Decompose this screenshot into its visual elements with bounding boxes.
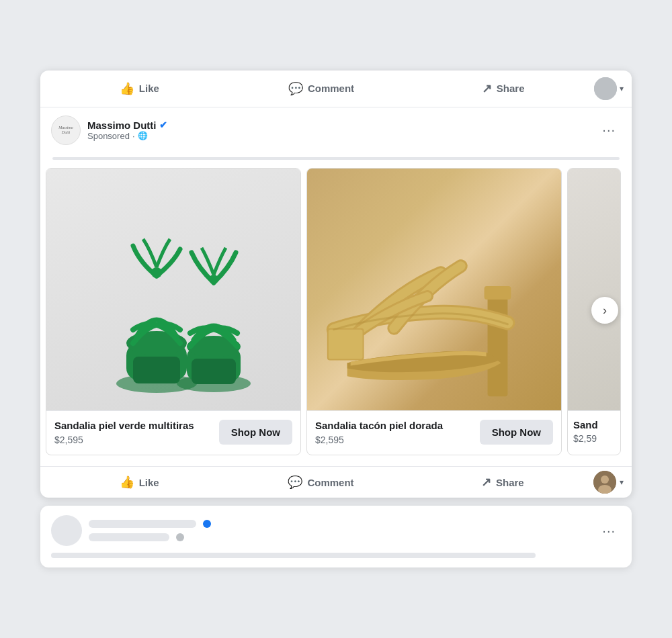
product-text-1: Sandalia piel verde multitiras $2,595 [54, 419, 214, 446]
skeleton-dot-gray [176, 533, 184, 541]
bottom-chevron-icon[interactable]: ▾ [620, 477, 624, 487]
product-image-3-partial [568, 169, 620, 410]
svg-rect-8 [192, 359, 236, 384]
globe-icon: 🌐 [138, 131, 148, 140]
product-name-1: Sandalia piel verde multitiras [54, 419, 214, 432]
bottom-comment-button[interactable]: 💬 Comment [230, 469, 411, 495]
brand-info: Massimo Dutti ✔ Sponsored · 🌐 [87, 120, 167, 141]
skeleton-lines [89, 520, 211, 541]
svg-rect-10 [488, 289, 508, 396]
top-comment-button[interactable]: 💬 Comment [230, 76, 413, 101]
top-comment-label: Comment [308, 83, 354, 94]
top-share-button[interactable]: ↗ Share [412, 76, 594, 101]
comment-icon: 💬 [288, 81, 303, 96]
skeleton-line-row-1 [89, 520, 211, 528]
bottom-like-button[interactable]: 👍 Like [48, 469, 230, 495]
post-header-left: MassimoDutti Massimo Dutti ✔ Sponsored ·… [51, 116, 167, 145]
skeleton-line-row-2 [89, 533, 211, 541]
product-info-3-partial: Sand $2,59 [568, 410, 620, 453]
sponsored-line: Sponsored · 🌐 [87, 131, 167, 141]
svg-point-4 [151, 267, 162, 278]
brand-name-text[interactable]: Massimo Dutti [87, 120, 157, 131]
share-icon: ↗ [482, 81, 492, 96]
svg-point-15 [601, 475, 609, 484]
top-avatar[interactable] [594, 77, 617, 100]
bottom-share-label: Share [496, 477, 524, 488]
product-card-1: Sandalia piel verde multitiras $2,595 Sh… [46, 168, 301, 456]
bottom-share-icon: ↗ [481, 475, 491, 490]
product-name-3-partial: Sand [573, 419, 615, 430]
top-like-button[interactable]: 👍 Like [48, 76, 230, 101]
top-action-bar: 👍 Like 💬 Comment ↗ Share ▾ [40, 71, 632, 107]
bottom-share-button[interactable]: ↗ Share [412, 469, 593, 495]
gold-sandal-background [307, 169, 561, 410]
product-price-3-partial: $2,59 [573, 433, 615, 444]
green-sandals-svg [79, 182, 267, 397]
product-info-1: Sandalia piel verde multitiras $2,595 Sh… [46, 410, 300, 455]
top-actions-group: 👍 Like 💬 Comment ↗ Share [48, 76, 594, 101]
avatar-svg [593, 471, 616, 494]
skeleton-dot-blue [203, 520, 211, 528]
shop-now-button-1[interactable]: Shop Now [219, 420, 292, 445]
gold-sandals-svg [307, 169, 561, 410]
post-section: MassimoDutti Massimo Dutti ✔ Sponsored ·… [40, 107, 632, 168]
post-header: MassimoDutti Massimo Dutti ✔ Sponsored ·… [51, 116, 621, 145]
bottom-like-icon: 👍 [120, 475, 134, 490]
next-post-left [51, 515, 211, 546]
top-share-label: Share [497, 83, 525, 94]
product-price-1: $2,595 [54, 435, 214, 445]
top-avatar-area: ▾ [594, 77, 624, 100]
brand-logo[interactable]: MassimoDutti [51, 116, 81, 145]
product-carousel: Sandalia piel verde multitiras $2,595 Sh… [40, 168, 632, 464]
product-card-2: Sandalia tacón piel dorada $2,595 Shop N… [306, 168, 562, 456]
product-info-2: Sandalia tacón piel dorada $2,595 Shop N… [307, 410, 561, 455]
next-post-more-button[interactable]: ··· [597, 520, 621, 541]
facebook-post-card: 👍 Like 💬 Comment ↗ Share ▾ [40, 71, 632, 498]
carousel-track: Sandalia piel verde multitiras $2,595 Sh… [40, 168, 632, 456]
carousel-next-button[interactable]: › [591, 297, 618, 324]
dot-separator: · [132, 131, 135, 141]
brand-logo-text: MassimoDutti [58, 126, 73, 135]
skeleton-content-bar [51, 553, 536, 558]
product-price-2: $2,595 [315, 435, 474, 445]
product-name-2: Sandalia tacón piel dorada [315, 419, 474, 432]
bottom-actions-group: 👍 Like 💬 Comment ↗ Share [48, 469, 593, 495]
product-text-2: Sandalia tacón piel dorada $2,595 [315, 419, 474, 446]
shop-now-button-2[interactable]: Shop Now [480, 420, 553, 445]
top-like-label: Like [139, 83, 159, 94]
bottom-comment-icon: 💬 [288, 475, 302, 490]
scroll-indicator [51, 152, 621, 168]
bottom-like-label: Like [139, 477, 159, 488]
top-chevron-icon[interactable]: ▾ [620, 84, 624, 93]
svg-rect-11 [485, 286, 511, 300]
bottom-avatar-area: ▾ [593, 471, 624, 494]
next-post-header: ··· [51, 515, 621, 546]
svg-rect-13 [329, 329, 363, 359]
bottom-user-avatar[interactable] [593, 471, 616, 494]
product-image-1 [46, 169, 300, 410]
sponsored-text: Sponsored [87, 131, 130, 141]
svg-point-9 [209, 275, 218, 284]
skeleton-line-1 [89, 520, 196, 528]
skeleton-line-2 [89, 533, 169, 541]
scroll-bar [52, 157, 620, 160]
skeleton-avatar [51, 515, 82, 546]
next-post-preview: ··· [40, 506, 632, 567]
post-more-button[interactable]: ··· [597, 120, 621, 140]
svg-rect-3 [133, 357, 180, 383]
like-icon: 👍 [120, 81, 134, 96]
bottom-comment-label: Comment [307, 477, 353, 488]
product-image-2 [307, 169, 561, 410]
brand-name-row: Massimo Dutti ✔ [87, 120, 167, 131]
green-sandal-background [46, 169, 300, 410]
verified-badge-icon: ✔ [159, 120, 167, 130]
bottom-action-bar: 👍 Like 💬 Comment ↗ Share [40, 466, 632, 498]
